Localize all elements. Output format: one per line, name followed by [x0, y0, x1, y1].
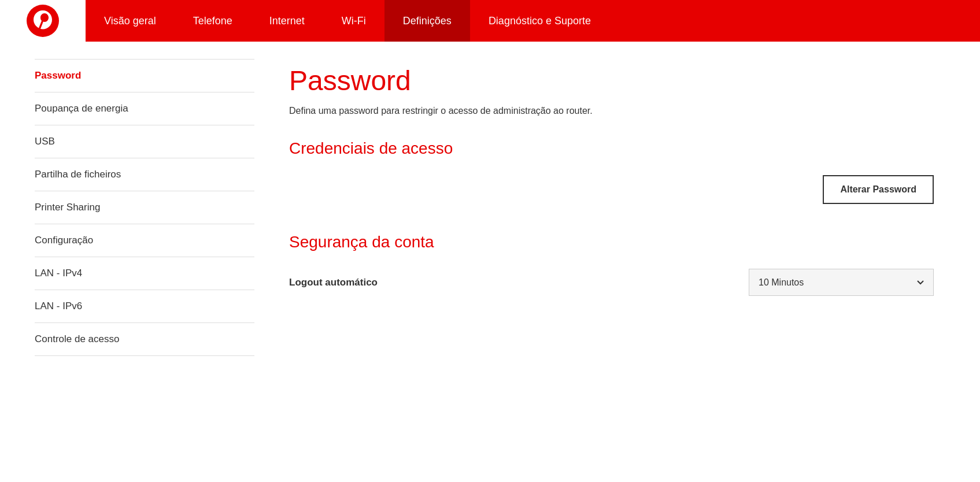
sidebar-item-partilha[interactable]: Partilha de ficheiros [35, 158, 254, 191]
section-row-password: Alterar Password [289, 175, 934, 204]
logout-row: Logout automático 5 Minutos 10 Minutos 1… [289, 269, 934, 296]
page-title: Password [289, 65, 934, 97]
section-title-seguranca: Segurança da conta [289, 233, 934, 251]
sidebar-item-printer-sharing[interactable]: Printer Sharing [35, 191, 254, 224]
logout-label: Logout automático [289, 277, 378, 288]
svg-point-0 [27, 5, 59, 37]
nav-item-visao-geral[interactable]: Visão geral [86, 0, 175, 42]
nav-item-telefone[interactable]: Telefone [175, 0, 251, 42]
logout-select-wrapper: 5 Minutos 10 Minutos 15 Minutos 30 Minut… [749, 269, 934, 296]
nav-item-internet[interactable]: Internet [251, 0, 323, 42]
sidebar-item-configuracao[interactable]: Configuração [35, 224, 254, 257]
sidebar-item-poupanca[interactable]: Poupança de energia [35, 92, 254, 125]
nav-item-definicoes[interactable]: Definições [384, 0, 470, 42]
sidebar-item-controle[interactable]: Controle de acesso [35, 323, 254, 356]
navbar: Visão geral Telefone Internet Wi-Fi Defi… [0, 0, 980, 42]
section-title-credenciais: Credenciais de acesso [289, 139, 934, 158]
logo-area [0, 0, 86, 42]
page-description: Defina uma password para restringir o ac… [289, 106, 934, 116]
sidebar: Password Poupança de energia USB Partilh… [0, 42, 254, 482]
logout-select[interactable]: 5 Minutos 10 Minutos 15 Minutos 30 Minut… [749, 269, 934, 296]
content-area: Password Defina uma password para restri… [254, 42, 980, 482]
vodafone-logo [27, 5, 59, 37]
sidebar-item-lan-ipv6[interactable]: LAN - IPv6 [35, 290, 254, 323]
alterar-password-button[interactable]: Alterar Password [823, 175, 934, 204]
sidebar-item-usb[interactable]: USB [35, 125, 254, 158]
main-container: Password Poupança de energia USB Partilh… [0, 42, 980, 482]
nav-item-wifi[interactable]: Wi-Fi [323, 0, 384, 42]
section-seguranca: Segurança da conta Logout automático 5 M… [289, 233, 934, 296]
section-credenciais: Credenciais de acesso Alterar Password [289, 139, 934, 204]
nav-item-diagnostico[interactable]: Diagnóstico e Suporte [470, 0, 609, 42]
nav-items: Visão geral Telefone Internet Wi-Fi Defi… [86, 0, 980, 42]
sidebar-item-lan-ipv4[interactable]: LAN - IPv4 [35, 257, 254, 290]
sidebar-item-password[interactable]: Password [35, 59, 254, 92]
